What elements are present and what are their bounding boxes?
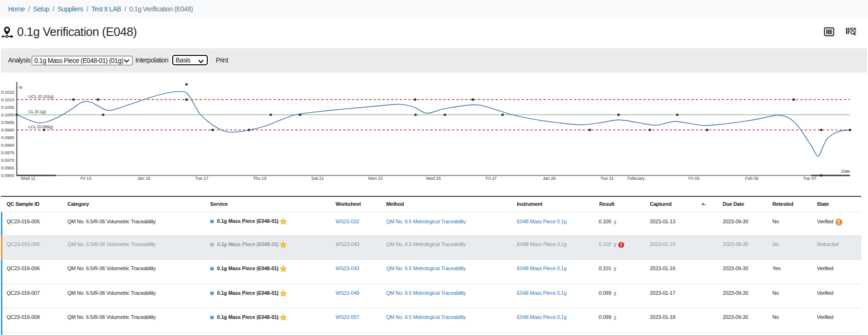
svg-text:Tue 17: Tue 17	[195, 176, 208, 181]
svg-text:0.1015: 0.1015	[1, 89, 14, 95]
svg-text:0.0985: 0.0985	[1, 135, 14, 140]
svg-text:0.0995: 0.0995	[1, 120, 14, 125]
svg-text:0.0965: 0.0965	[1, 165, 14, 170]
svg-text:Wed 11: Wed 11	[21, 176, 35, 181]
svg-text:February: February	[628, 176, 645, 181]
svg-text:Date: Date	[841, 168, 850, 174]
svg-text:CL (0.1g): CL (0.1g)	[28, 109, 46, 114]
svg-text:0.0960: 0.0960	[1, 173, 14, 178]
svg-text:Jan 15: Jan 15	[137, 176, 150, 181]
svg-text:Feb 05: Feb 05	[745, 176, 758, 181]
svg-text:UCL (0.101g): UCL (0.101g)	[28, 94, 53, 99]
svg-text:Tue 07: Tue 07	[803, 176, 816, 181]
svg-text:0.0990: 0.0990	[1, 127, 14, 132]
svg-text:Fri 03: Fri 03	[689, 176, 700, 181]
svg-text:g: g	[19, 86, 24, 88]
svg-text:Fri 27: Fri 27	[486, 176, 496, 181]
svg-text:Jan 29: Jan 29	[543, 176, 556, 181]
svg-text:0.1000: 0.1000	[1, 112, 14, 117]
svg-text:0.1005: 0.1005	[1, 105, 14, 110]
svg-text:0.0970: 0.0970	[1, 158, 14, 163]
svg-text:Fri 13: Fri 13	[80, 176, 91, 181]
svg-text:LCL (0.099g): LCL (0.099g)	[28, 124, 53, 129]
svg-text:Wed 25: Wed 25	[426, 176, 441, 181]
svg-text:Mon 23: Mon 23	[368, 176, 383, 181]
svg-text:0.1010: 0.1010	[1, 97, 14, 102]
svg-text:Tue 31: Tue 31	[601, 176, 614, 181]
svg-text:0.0975: 0.0975	[1, 150, 14, 155]
svg-text:Thu 19: Thu 19	[253, 176, 266, 181]
svg-text:Sat 21: Sat 21	[311, 176, 324, 181]
svg-text:0.0980: 0.0980	[1, 142, 14, 148]
